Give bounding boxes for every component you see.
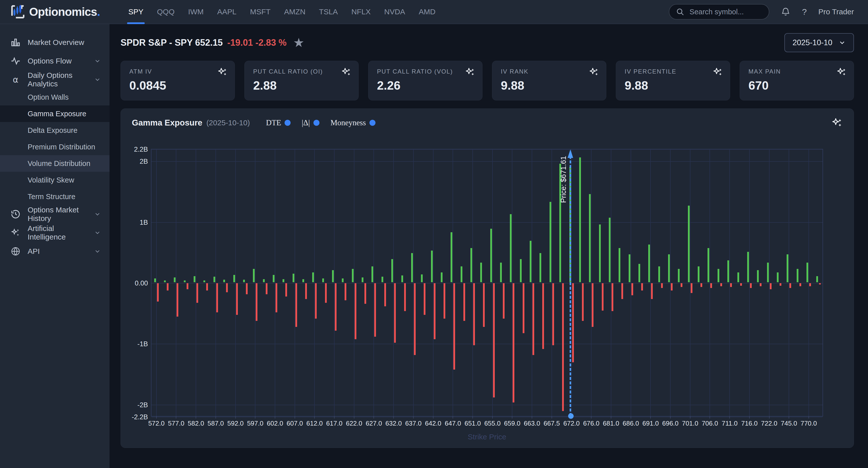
- put-gex-bar-681[interactable]: [612, 283, 613, 311]
- tab-amd[interactable]: AMD: [412, 0, 442, 24]
- call-gex-bar-722[interactable]: [767, 262, 769, 282]
- call-gex-bar-602[interactable]: [273, 275, 275, 282]
- call-gex-bar-706[interactable]: [708, 248, 709, 282]
- sidebar-subitem-delta-exposure[interactable]: Delta Exposure: [0, 122, 110, 138]
- put-gex-bar-612[interactable]: [315, 283, 317, 319]
- put-gex-bar-688.5[interactable]: [641, 283, 643, 290]
- call-gex-bar-607[interactable]: [292, 274, 294, 282]
- call-gex-bar-614.5[interactable]: [322, 278, 324, 282]
- put-gex-bar-617[interactable]: [335, 283, 337, 331]
- call-gex-bar-693.5[interactable]: [658, 267, 660, 282]
- call-gex-bar-642[interactable]: [431, 251, 433, 282]
- put-gex-bar-599.5[interactable]: [266, 283, 268, 294]
- put-gex-bar-673.5[interactable]: [582, 283, 584, 321]
- sidebar-item-options-market-history[interactable]: Options Market History: [0, 205, 110, 223]
- call-gex-bar-572[interactable]: [154, 278, 156, 282]
- put-gex-bar-582[interactable]: [196, 283, 198, 303]
- put-gex-bar-609.5[interactable]: [305, 283, 307, 299]
- tab-qqq[interactable]: QQQ: [150, 0, 181, 24]
- put-gex-bar-604.5[interactable]: [285, 283, 287, 297]
- call-gex-bar-647[interactable]: [451, 232, 452, 282]
- put-gex-bar-722[interactable]: [770, 283, 772, 289]
- call-gex-bar-713.5[interactable]: [737, 273, 739, 282]
- tab-aapl[interactable]: AAPL: [211, 0, 243, 24]
- put-gex-bar-592[interactable]: [236, 283, 238, 315]
- date-select[interactable]: 2025-10-10: [784, 33, 854, 52]
- help-icon[interactable]: ?: [802, 7, 807, 17]
- call-gex-bar-624.5[interactable]: [362, 277, 364, 282]
- sidebar-item-daily-options-analytics[interactable]: αDaily Options Analytics: [0, 70, 110, 89]
- put-gex-bar-663[interactable]: [532, 283, 534, 355]
- put-gex-bar-589.5[interactable]: [226, 283, 228, 292]
- call-gex-bar-676[interactable]: [589, 194, 591, 282]
- put-gex-bar-651[interactable]: [473, 283, 475, 345]
- call-gex-bar-688.5[interactable]: [639, 264, 640, 282]
- call-gex-bar-661[interactable]: [520, 259, 522, 282]
- call-gex-bar-703.5[interactable]: [698, 267, 700, 282]
- ai-sparkles-icon[interactable]: [341, 67, 351, 77]
- put-gex-bar-676[interactable]: [592, 283, 593, 327]
- call-gex-bar-582[interactable]: [194, 276, 195, 282]
- call-gex-bar-655[interactable]: [490, 229, 492, 282]
- sidebar-item-options-flow[interactable]: Options Flow: [0, 52, 110, 70]
- put-gex-bar-719[interactable]: [760, 283, 762, 286]
- legend-toggle-moneyness[interactable]: Moneyness: [331, 118, 375, 127]
- call-gex-bar-733[interactable]: [777, 273, 779, 282]
- call-gex-bar-644.5[interactable]: [441, 273, 442, 282]
- sidebar-subitem-option-walls[interactable]: Option Walls: [0, 89, 110, 105]
- call-gex-bar-639.5[interactable]: [421, 274, 423, 282]
- put-gex-bar-624.5[interactable]: [365, 283, 366, 304]
- call-gex-bar-577[interactable]: [174, 277, 176, 282]
- sidebar-subitem-term-structure[interactable]: Term Structure: [0, 188, 110, 205]
- put-gex-bar-693.5[interactable]: [661, 283, 663, 288]
- call-gex-bar-770[interactable]: [806, 262, 808, 282]
- put-gex-bar-642[interactable]: [434, 283, 435, 339]
- call-gex-bar-757[interactable]: [797, 269, 799, 282]
- call-gex-bar-632[interactable]: [391, 259, 393, 282]
- call-gex-bar-691[interactable]: [648, 245, 650, 282]
- put-gex-bar-672[interactable]: [572, 283, 574, 362]
- call-gex-bar-716[interactable]: [747, 252, 749, 282]
- call-gex-bar-681[interactable]: [609, 218, 611, 282]
- put-gex-bar-665[interactable]: [542, 283, 544, 349]
- call-gex-bar-587[interactable]: [214, 277, 215, 282]
- put-gex-bar-653[interactable]: [483, 283, 485, 327]
- put-gex-bar-632[interactable]: [394, 283, 396, 343]
- favorite-star-icon[interactable]: ★: [293, 36, 304, 49]
- call-gex-bar-719[interactable]: [757, 270, 759, 282]
- put-gex-bar-770[interactable]: [809, 283, 811, 286]
- put-gex-bar-629.5[interactable]: [384, 283, 386, 306]
- call-gex-bar-678.5[interactable]: [599, 224, 601, 282]
- put-gex-bar-587[interactable]: [216, 283, 218, 312]
- call-gex-bar-663[interactable]: [530, 241, 531, 282]
- notifications-bell-icon[interactable]: [781, 7, 790, 17]
- call-gex-bar-745[interactable]: [786, 254, 788, 282]
- call-gex-bar-665[interactable]: [539, 253, 541, 282]
- call-gex-bar-637[interactable]: [411, 253, 413, 282]
- put-gex-bar-713.5[interactable]: [740, 283, 742, 286]
- put-gex-bar-716[interactable]: [750, 283, 752, 288]
- ai-sparkles-icon[interactable]: [713, 67, 723, 77]
- sidebar-item-artificial-intelligence[interactable]: Artificial Intelligence: [0, 223, 110, 242]
- call-gex-bar-673.5[interactable]: [579, 157, 581, 282]
- tab-iwm[interactable]: IWM: [181, 0, 211, 24]
- call-gex-bar-667.5[interactable]: [550, 202, 551, 282]
- put-gex-bar-659[interactable]: [513, 283, 515, 403]
- ai-sparkles-icon[interactable]: [217, 67, 227, 77]
- search-input[interactable]: [689, 8, 762, 16]
- call-gex-bar-597[interactable]: [253, 269, 255, 282]
- call-gex-bar-609.5[interactable]: [302, 279, 304, 282]
- put-gex-bar-708.5[interactable]: [720, 283, 722, 286]
- put-gex-bar-644.5[interactable]: [443, 283, 445, 319]
- put-gex-bar-701[interactable]: [691, 283, 692, 293]
- put-gex-bar-678.5[interactable]: [602, 283, 603, 311]
- call-gex-bar-579.5[interactable]: [184, 280, 186, 282]
- put-gex-bar-577[interactable]: [177, 283, 178, 317]
- put-gex-bar-627[interactable]: [374, 283, 376, 337]
- put-gex-bar-691[interactable]: [651, 283, 653, 299]
- call-gex-bar-683.5[interactable]: [619, 248, 620, 282]
- call-gex-bar-775[interactable]: [816, 276, 818, 282]
- ai-sparkles-icon[interactable]: [589, 67, 599, 77]
- put-gex-bar-602[interactable]: [276, 283, 277, 312]
- call-gex-bar-659[interactable]: [510, 214, 512, 282]
